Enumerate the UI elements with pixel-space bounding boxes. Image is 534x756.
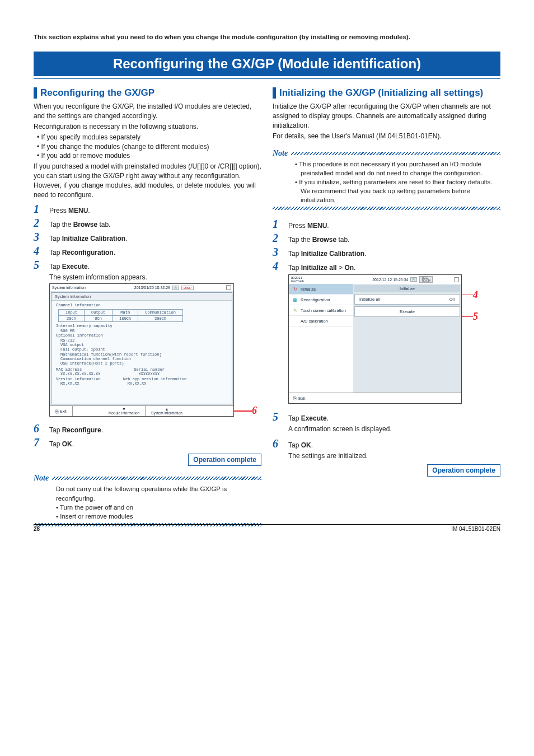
disp-badge: DISP bbox=[181, 286, 194, 290]
callout-6: 6 bbox=[252, 405, 257, 417]
right-steps: 1Press MENU. 2Tap the Browse tab. 3Tap I… bbox=[273, 218, 500, 273]
right-heading: Initializing the GX/GP (Initializing all… bbox=[279, 87, 483, 99]
execute-button[interactable]: Execute bbox=[354, 306, 460, 317]
right-p2: For details, see the User's Manual (IM 0… bbox=[273, 132, 500, 141]
system-info-button[interactable]: System information bbox=[146, 406, 188, 416]
exit-icon bbox=[55, 409, 58, 414]
sidebar-item-reconfig[interactable]: ▦Reconfiguration bbox=[289, 295, 353, 305]
list-item: If you add or remove modules bbox=[38, 151, 261, 161]
touch-icon: ✎ bbox=[292, 307, 298, 313]
right-steps-3: 6Tap OK. bbox=[273, 437, 500, 450]
left-column: Reconfiguring the GX/GP When you reconfi… bbox=[34, 87, 261, 526]
ad-icon bbox=[292, 318, 298, 324]
page-title-banner: Reconfiguring the GX/GP (Module identifi… bbox=[34, 52, 500, 76]
sidebar-item-initialize[interactable]: ↻Initialize bbox=[289, 284, 353, 295]
exit-button[interactable]: Exit bbox=[289, 393, 461, 403]
left-p2: Reconfiguration is necessary in the foll… bbox=[34, 122, 261, 132]
list-item: If you change the modules (change to dif… bbox=[38, 142, 261, 152]
sidebar-item-ad-cal[interactable]: A/D calibration bbox=[289, 316, 353, 326]
page-footer: 28 IM 04L51B01-02EN bbox=[34, 524, 500, 532]
system-info-screenshot: System information 2013/01/25 10:32:29 ⎘… bbox=[49, 283, 234, 417]
link-icon: ⎘ bbox=[172, 286, 179, 290]
title-underline bbox=[34, 78, 500, 79]
initialize-all-row[interactable]: Initialize all On bbox=[354, 294, 460, 305]
sidebar-item-touch-cal[interactable]: ✎Touch screen calibration bbox=[289, 305, 353, 316]
left-p1: When you reconfigure the GX/GP, the inst… bbox=[34, 102, 261, 121]
step6-sub-r: The settings are initialized. bbox=[288, 451, 500, 461]
operation-complete-left: Operation complete bbox=[188, 454, 261, 466]
operation-complete-right: Operation complete bbox=[427, 464, 500, 477]
exit-icon bbox=[293, 395, 296, 401]
module-icon: ▦ bbox=[292, 297, 298, 302]
note-rule bbox=[291, 152, 500, 155]
right-steps-2: 5Tap Execute. bbox=[273, 410, 500, 423]
initialize-screenshot: 802011 Init/Calib 2012.12.12 15:25:34 ⎘ … bbox=[288, 274, 462, 404]
page-number: 28 bbox=[34, 526, 40, 532]
link-icon: ⎘ bbox=[410, 277, 417, 282]
right-section-head: Initializing the GX/GP (Initializing all… bbox=[273, 87, 500, 99]
init-sidebar: ↻Initialize ▦Reconfiguration ✎Touch scre… bbox=[289, 284, 353, 393]
note-rule-bottom bbox=[273, 207, 500, 210]
exit-button[interactable]: Exit bbox=[50, 406, 73, 416]
doc-id: IM 04L51B01-02EN bbox=[451, 526, 500, 532]
note-label: Note bbox=[273, 149, 288, 158]
step5-sub: The system information appears. bbox=[49, 273, 261, 282]
left-section-head: Reconfiguring the GX/GP bbox=[34, 87, 261, 99]
callout-5: 5 bbox=[473, 311, 478, 323]
callout-4: 4 bbox=[473, 289, 478, 301]
list-item: If you specify modules separately bbox=[38, 133, 261, 142]
right-note-body: This procedure is not necessary if you p… bbox=[273, 160, 500, 204]
left-note-body: Do not carry out the following operation… bbox=[34, 484, 261, 520]
module-info-button[interactable]: Module information bbox=[103, 406, 146, 416]
sd-icon bbox=[454, 277, 459, 282]
right-column: Initializing the GX/GP (Initializing all… bbox=[273, 87, 500, 526]
step5-sub-r: A confirmation screen is displayed. bbox=[288, 424, 500, 434]
left-steps-2: 6Tap Reconfigure. 7Tap OK. bbox=[34, 422, 261, 449]
left-steps: 1Press MENU. 2Tap the Browse tab. 3Tap I… bbox=[34, 203, 261, 272]
intro-text: This section explains what you need to d… bbox=[34, 34, 500, 40]
rec-badge: REC ROOM bbox=[419, 276, 433, 283]
left-heading: Reconfiguring the GX/GP bbox=[40, 87, 154, 99]
note-rule bbox=[52, 477, 261, 480]
note-label: Note bbox=[34, 474, 49, 483]
right-p1: Initialize the GX/GP after reconfiguring… bbox=[273, 102, 500, 130]
left-bullets: If you specify modules separately If you… bbox=[34, 133, 261, 161]
sd-icon bbox=[226, 285, 231, 290]
left-p3: If you purchased a model with preinstall… bbox=[34, 162, 261, 199]
circle-arrow-icon: ↻ bbox=[292, 286, 298, 292]
